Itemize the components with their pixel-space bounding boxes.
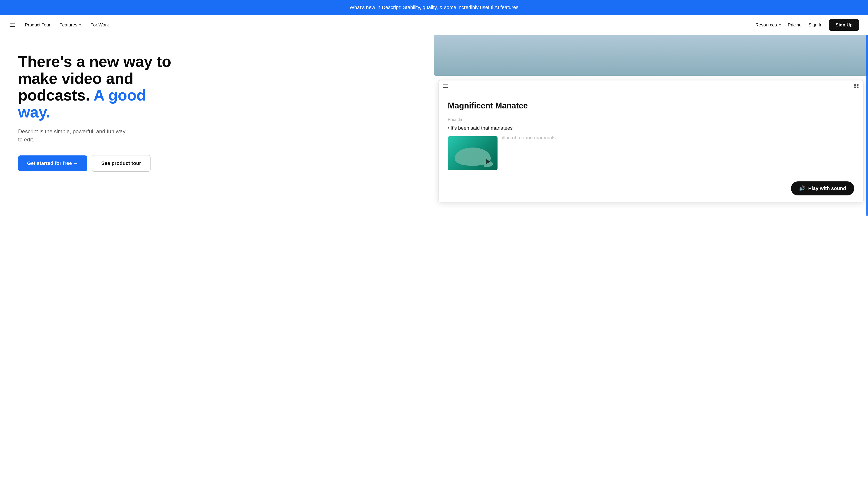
get-started-button[interactable]: Get started for free → xyxy=(18,156,87,171)
transcript-line-2: illac of marine mammals. xyxy=(502,134,854,141)
headline-highlight: A good xyxy=(94,87,146,104)
play-with-sound-button[interactable]: 🔊 Play with sound xyxy=(791,182,854,195)
hero-buttons: Get started for free → See product tour xyxy=(18,155,421,172)
resources-chevron-icon xyxy=(779,24,781,26)
nav-product-tour[interactable]: Product Tour xyxy=(25,22,51,28)
hero-section: There's a new way to make video and podc… xyxy=(0,35,868,488)
speaker-label: Rhonda xyxy=(448,117,854,122)
hero-right: Magnificent Manatee Rhonda / It's been s… xyxy=(434,35,868,216)
see-product-tour-label: See product tour xyxy=(101,160,141,166)
toolbar-right xyxy=(854,84,859,89)
app-menu-icon[interactable] xyxy=(443,85,448,88)
see-product-tour-button[interactable]: See product tour xyxy=(92,155,151,172)
app-window: Magnificent Manatee Rhonda / It's been s… xyxy=(438,80,864,202)
play-sound-label: Play with sound xyxy=(808,186,846,191)
hero-headline: There's a new way to make video and podc… xyxy=(18,53,421,121)
svg-rect-2 xyxy=(854,87,856,88)
doc-body: illac of marine mammals. xyxy=(448,134,854,172)
svg-rect-1 xyxy=(857,84,859,86)
headline-part2: make video and xyxy=(18,70,133,87)
doc-text-area: illac of marine mammals. xyxy=(502,134,854,172)
app-menu-line-2 xyxy=(443,86,448,86)
menu-line-3 xyxy=(10,26,15,27)
signup-button[interactable]: Sign Up xyxy=(829,19,859,31)
navbar-right: Resources Pricing Sign In Sign Up xyxy=(755,19,859,31)
features-chevron-icon xyxy=(79,24,81,26)
video-preview-top xyxy=(434,35,868,76)
get-started-label: Get started for free → xyxy=(27,160,78,166)
headline-part3: podcasts. xyxy=(18,87,90,104)
video-thumb-content xyxy=(448,136,498,170)
announcement-text: What's new in Descript: Stability, quali… xyxy=(350,4,519,10)
menu-line-1 xyxy=(10,23,15,24)
nav-pricing[interactable]: Pricing xyxy=(788,22,802,28)
app-toolbar xyxy=(439,80,863,92)
doc-area: Magnificent Manatee Rhonda / It's been s… xyxy=(439,92,863,202)
nav-resources-label: Resources xyxy=(755,22,777,28)
nav-sign-in[interactable]: Sign In xyxy=(808,22,822,28)
scroll-indicator xyxy=(866,35,868,216)
doc-title: Magnificent Manatee xyxy=(448,101,854,110)
grid-view-icon[interactable] xyxy=(854,84,859,89)
nav-features[interactable]: Features xyxy=(59,22,81,28)
signup-button-label: Sign Up xyxy=(835,22,852,27)
hero-left: There's a new way to make video and podc… xyxy=(0,35,434,185)
announcement-banner[interactable]: What's new in Descript: Stability, quali… xyxy=(0,0,868,15)
menu-icon[interactable] xyxy=(9,22,16,28)
navbar-left: Product Tour Features For Work xyxy=(9,22,109,28)
navbar: Product Tour Features For Work Resources… xyxy=(0,15,868,35)
svg-rect-0 xyxy=(854,84,856,86)
headline-highlight2: way. xyxy=(18,103,50,121)
menu-line-2 xyxy=(10,25,15,25)
app-menu-line-1 xyxy=(443,85,448,85)
nav-pricing-label: Pricing xyxy=(788,22,802,28)
toolbar-left xyxy=(443,85,448,88)
transcript-block: / It's been said that manatees xyxy=(448,124,854,172)
speaker-icon: 🔊 xyxy=(799,186,805,191)
nav-features-label: Features xyxy=(59,22,77,28)
nav-sign-in-label: Sign In xyxy=(808,22,822,28)
nav-for-work-label: For Work xyxy=(90,22,109,28)
video-thumbnail[interactable] xyxy=(448,136,498,170)
hero-subtext: Descript is the simple, powerful, and fu… xyxy=(18,127,127,144)
app-menu-line-3 xyxy=(443,87,448,88)
nav-resources[interactable]: Resources xyxy=(755,22,781,28)
svg-rect-3 xyxy=(857,87,859,88)
transcript-line-1: / It's been said that manatees xyxy=(448,124,854,132)
nav-for-work[interactable]: For Work xyxy=(90,22,109,28)
nav-product-tour-label: Product Tour xyxy=(25,22,51,28)
headline-part1: There's a new way to xyxy=(18,53,171,70)
